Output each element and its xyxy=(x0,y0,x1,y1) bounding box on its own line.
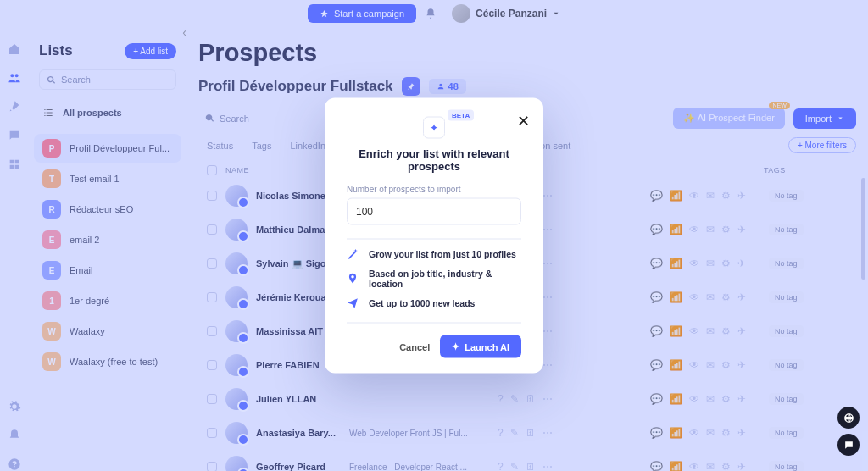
chat-fab[interactable] xyxy=(837,434,860,456)
action-icon[interactable]: 📶 xyxy=(670,291,682,303)
action-icon[interactable]: ✉ xyxy=(706,190,715,202)
filter-status[interactable]: Status xyxy=(207,141,233,151)
people-icon[interactable] xyxy=(8,71,21,85)
action-icon[interactable]: ⚙ xyxy=(721,224,731,236)
row-checkbox[interactable] xyxy=(207,258,217,269)
sidebar-item[interactable]: 11er degré xyxy=(34,286,181,315)
action-icon[interactable]: 📶 xyxy=(670,190,682,202)
action-icon[interactable]: ⚙ xyxy=(721,291,731,303)
action-icon[interactable]: ✈ xyxy=(737,427,746,439)
row-checkbox[interactable] xyxy=(207,191,217,201)
gear-icon[interactable] xyxy=(8,400,21,413)
action-icon[interactable]: 🗓 xyxy=(526,461,536,471)
action-icon[interactable]: 👁 xyxy=(689,190,699,202)
action-icon[interactable]: ✎ xyxy=(510,393,519,405)
tag-badge[interactable]: No tag xyxy=(769,393,804,405)
add-list-button[interactable]: + Add list xyxy=(125,43,176,59)
action-icon[interactable]: ✎ xyxy=(510,461,519,471)
table-row[interactable]: Anastasiya Bary... Web Developer Front J… xyxy=(198,416,856,450)
translate-fab[interactable] xyxy=(837,407,860,429)
row-checkbox[interactable] xyxy=(207,394,217,404)
action-icon[interactable]: ✈ xyxy=(737,393,746,405)
action-icon[interactable]: ⚙ xyxy=(721,461,731,471)
action-icon[interactable]: 💬 xyxy=(650,258,663,269)
filter-linkedin[interactable]: LinkedIn xyxy=(290,141,326,151)
sidebar-search[interactable]: Search xyxy=(39,69,176,90)
action-icon[interactable]: 👁 xyxy=(689,427,699,439)
action-icon[interactable]: 🗓 xyxy=(526,427,536,439)
action-icon[interactable]: 💬 xyxy=(650,224,663,236)
action-icon[interactable]: ✉ xyxy=(706,461,715,471)
action-icon[interactable]: ✉ xyxy=(706,359,715,371)
table-row[interactable]: Julien YLLAN ?✎🗓⋯ 💬📶👁✉⚙✈ No tag xyxy=(198,382,856,416)
sidebar-item[interactable]: RRédacteur sEO xyxy=(34,195,181,224)
action-icon[interactable]: 📶 xyxy=(670,427,682,439)
action-icon[interactable]: ✈ xyxy=(737,224,746,236)
action-icon[interactable]: ⋯ xyxy=(542,461,553,471)
bell-icon[interactable] xyxy=(425,8,437,19)
action-icon[interactable]: 👁 xyxy=(689,224,699,236)
row-checkbox[interactable] xyxy=(207,326,217,336)
action-icon[interactable]: ✈ xyxy=(737,258,746,269)
action-icon[interactable]: ✉ xyxy=(706,427,715,439)
tag-badge[interactable]: No tag xyxy=(769,427,804,439)
action-icon[interactable]: ✈ xyxy=(737,461,746,471)
action-icon[interactable]: 💬 xyxy=(650,393,663,405)
action-icon[interactable]: 📶 xyxy=(670,224,682,236)
action-icon[interactable]: ✈ xyxy=(737,325,746,337)
action-icon[interactable]: 🗓 xyxy=(526,393,536,405)
action-icon[interactable]: 📶 xyxy=(670,258,682,269)
pin-button[interactable] xyxy=(402,77,420,96)
start-campaign-button[interactable]: Start a campaign xyxy=(308,4,416,23)
action-icon[interactable]: ? xyxy=(498,427,504,439)
action-icon[interactable]: 👁 xyxy=(689,461,699,471)
action-icon[interactable]: 👁 xyxy=(689,393,699,405)
rocket-nav-icon[interactable] xyxy=(8,100,21,114)
tag-badge[interactable]: No tag xyxy=(769,461,804,471)
action-icon[interactable]: ⚙ xyxy=(721,393,731,405)
sidebar-item[interactable]: PProfil Développeur Ful... xyxy=(34,134,181,163)
action-icon[interactable]: ⚙ xyxy=(721,427,731,439)
sidebar-item[interactable]: EEmail xyxy=(34,256,181,285)
action-icon[interactable]: 💬 xyxy=(650,359,663,371)
tag-badge[interactable]: No tag xyxy=(769,325,804,337)
scrollbar[interactable] xyxy=(861,178,866,432)
import-button[interactable]: Import xyxy=(793,108,856,129)
select-all-checkbox[interactable] xyxy=(207,165,217,175)
row-checkbox[interactable] xyxy=(207,360,217,370)
action-icon[interactable]: 📶 xyxy=(670,325,682,337)
home-icon[interactable] xyxy=(8,42,21,56)
cancel-button[interactable]: Cancel xyxy=(399,341,430,352)
action-icon[interactable]: ✉ xyxy=(706,224,715,236)
row-checkbox[interactable] xyxy=(207,428,217,438)
row-checkbox[interactable] xyxy=(207,224,217,235)
action-icon[interactable]: ⋯ xyxy=(542,359,553,371)
help-icon[interactable] xyxy=(8,457,21,471)
action-icon[interactable]: 📶 xyxy=(670,461,682,471)
action-icon[interactable]: ⚙ xyxy=(721,190,731,202)
action-icon[interactable]: ⚙ xyxy=(721,258,731,269)
action-icon[interactable]: 💬 xyxy=(650,427,663,439)
action-icon[interactable]: ✉ xyxy=(706,393,715,405)
action-icon[interactable]: ⋯ xyxy=(542,325,553,337)
tag-badge[interactable]: No tag xyxy=(769,258,804,269)
sidebar-item[interactable]: TTest email 1 xyxy=(34,164,181,193)
action-icon[interactable]: 📶 xyxy=(670,393,682,405)
action-icon[interactable]: ⋯ xyxy=(542,258,553,269)
tag-badge[interactable]: No tag xyxy=(769,224,804,236)
sidebar-item[interactable]: WWaalaxy xyxy=(34,317,181,346)
grid-icon[interactable] xyxy=(8,158,21,171)
action-icon[interactable]: 👁 xyxy=(689,325,699,337)
tag-badge[interactable]: No tag xyxy=(769,291,804,303)
action-icon[interactable]: 💬 xyxy=(650,190,663,202)
action-icon[interactable]: 💬 xyxy=(650,461,663,471)
action-icon[interactable]: ✉ xyxy=(706,325,715,337)
tag-badge[interactable]: No tag xyxy=(769,190,804,202)
launch-ai-button[interactable]: ✦ Launch AI xyxy=(440,335,521,358)
ai-prospect-finder-button[interactable]: NEW ✨ AI Prospect Finder xyxy=(673,108,785,129)
action-icon[interactable]: ✎ xyxy=(510,427,519,439)
prospect-count-input[interactable] xyxy=(347,198,521,225)
action-icon[interactable]: ✈ xyxy=(737,190,746,202)
bell-nav-icon[interactable] xyxy=(8,429,21,442)
action-icon[interactable]: 💬 xyxy=(650,325,663,337)
